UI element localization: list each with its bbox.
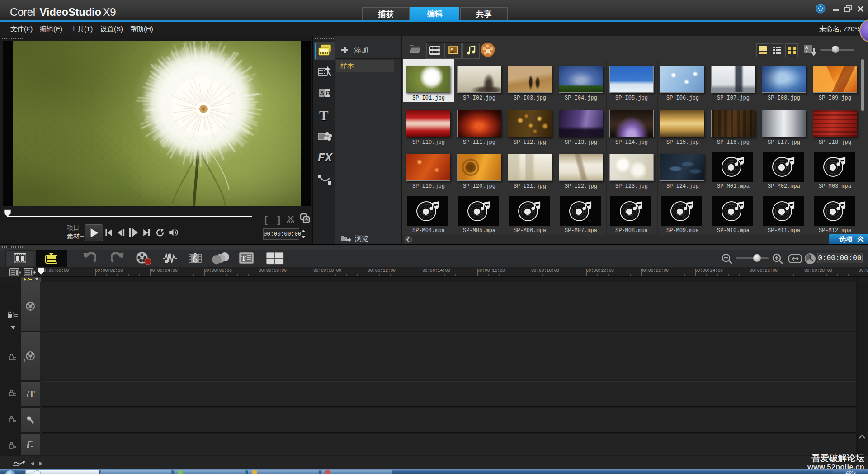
svg-text:Z: Z — [805, 49, 808, 53]
svg-text:A: A — [320, 89, 325, 97]
svg-text:B: B — [326, 89, 330, 97]
svg-text:1: 1 — [26, 443, 28, 447]
svg-text:T: T — [241, 255, 246, 262]
